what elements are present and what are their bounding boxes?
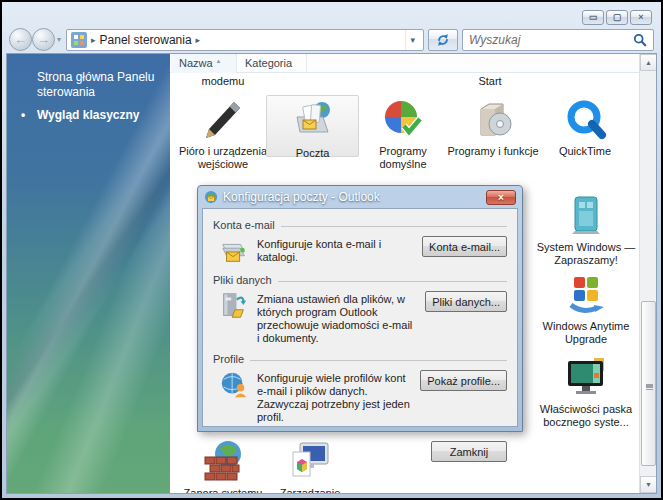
window-controls: ▭ ▢ × <box>582 10 652 25</box>
item-windows-anytime-upgrade[interactable]: Windows Anytime Upgrade <box>531 272 639 346</box>
group-rule <box>278 281 507 282</box>
profiles-description: Konfiguruje wiele profilów kont e-mail i… <box>257 370 412 424</box>
data-files-button[interactable]: Pliki danych... <box>425 291 507 312</box>
sidebar-item-control-panel-home[interactable]: Strona główna Panelu sterowania <box>37 70 160 100</box>
data-files-description: Zmiana ustawień dla plików, w których pr… <box>257 291 417 345</box>
search-box <box>462 29 654 51</box>
column-header-category[interactable]: Kategoria <box>237 54 307 73</box>
windows-flag-icon <box>564 272 608 316</box>
dialog-mail-icon <box>204 190 218 204</box>
history-dropdown-icon[interactable]: ▾ <box>57 35 61 44</box>
vertical-scrollbar[interactable]: ▲ ▼ <box>639 54 656 493</box>
scroll-down-icon[interactable]: ▼ <box>640 476 657 493</box>
navigation-bar: ← → ▾ ▸ Panel sterowania ▸ ▾ <box>6 26 657 54</box>
clipped-item-label[interactable]: modemu <box>177 75 269 87</box>
column-header-name[interactable]: Nazwa▴ <box>171 54 237 73</box>
dialog-titlebar[interactable]: Konfiguracja poczty - Outlook × <box>202 186 518 208</box>
tasks-pane: Strona główna Panelu sterowania Wygląd k… <box>7 54 170 493</box>
forward-button[interactable]: → <box>32 28 55 51</box>
close-button[interactable]: × <box>630 10 652 25</box>
group-profiles: Profile <box>213 353 507 365</box>
scroll-up-icon[interactable]: ▲ <box>640 54 657 71</box>
item-welcome-center[interactable]: System Windows — Zapraszamy! <box>531 193 639 267</box>
dialog-footer: Zamknij <box>213 428 507 462</box>
close-dialog-button[interactable]: Zamknij <box>431 441 507 462</box>
group-email-accounts: Konta e-mail <box>213 219 507 231</box>
profiles-row: Konfiguruje wiele profilów kont e-mail i… <box>213 365 507 428</box>
item-programs-and-features[interactable]: Programy i funkcje <box>433 97 553 158</box>
data-files-row: Zmiana ustawień dla plików, w których pr… <box>213 286 507 349</box>
dialog-body: Konta e-mail Konfiguruje konta e-mail i … <box>202 208 518 427</box>
sort-caret-icon: ▴ <box>217 57 221 64</box>
email-accounts-description: Konfiguruje konta e-mail i katalogi. <box>257 236 414 264</box>
programs-features-icon <box>471 97 515 141</box>
item-quicktime[interactable]: QuickTime <box>545 97 625 158</box>
maximize-button[interactable]: ▢ <box>606 10 628 25</box>
crumb-arrow-icon[interactable]: ▸ <box>196 35 201 45</box>
profiles-icon <box>219 370 249 400</box>
refresh-button[interactable] <box>428 29 458 51</box>
dialog-title: Konfiguracja poczty - Outlook <box>223 190 481 204</box>
control-panel-icon <box>71 32 87 48</box>
sidebar-properties-icon <box>564 355 608 399</box>
breadcrumb[interactable]: ▸ Panel sterowania ▸ ▾ <box>66 29 424 51</box>
data-files-icon <box>219 291 249 321</box>
show-profiles-button[interactable]: Pokaż profile... <box>420 370 507 391</box>
footer-separator <box>213 432 507 433</box>
pen-icon <box>201 97 245 141</box>
sidebar-item-classic-view[interactable]: Wygląd klasyczny <box>37 108 160 123</box>
clipped-item-label[interactable]: Start <box>450 75 530 87</box>
item-mail[interactable]: Poczta <box>266 95 359 157</box>
back-button[interactable]: ← <box>9 28 32 51</box>
email-accounts-button[interactable]: Konta e-mail... <box>422 236 507 257</box>
scrollbar-grip <box>646 384 653 390</box>
breadcrumb-control-panel[interactable]: Panel sterowania <box>100 33 192 47</box>
search-icon[interactable] <box>633 33 647 47</box>
group-rule <box>250 360 507 361</box>
welcome-center-icon <box>564 193 608 237</box>
quicktime-icon <box>563 97 607 141</box>
mail-setup-dialog: Konfiguracja poczty - Outlook × Konta e-… <box>197 185 523 432</box>
email-accounts-row: Konfiguruje konta e-mail i katalogi. Kon… <box>213 231 507 270</box>
mail-icon <box>291 99 335 143</box>
item-pen-input-devices[interactable]: Pióro i urządzenia wejściowe <box>178 97 268 171</box>
item-sidebar-properties[interactable]: Właściwości paska bocznego syste... <box>531 355 639 429</box>
dialog-close-button[interactable]: × <box>486 190 516 205</box>
minimize-button[interactable]: ▭ <box>582 10 604 25</box>
default-programs-icon <box>381 97 425 141</box>
column-header-row: Nazwa▴ Kategoria <box>170 54 639 73</box>
refresh-icon <box>436 33 450 47</box>
crumb-arrow-icon: ▸ <box>91 35 96 45</box>
search-input[interactable] <box>469 33 633 47</box>
address-dropdown-icon[interactable]: ▾ <box>405 30 419 50</box>
group-rule <box>281 226 507 227</box>
email-accounts-icon <box>219 236 249 266</box>
scrollbar-thumb[interactable] <box>641 301 656 466</box>
group-data-files: Pliki danych <box>213 274 507 286</box>
